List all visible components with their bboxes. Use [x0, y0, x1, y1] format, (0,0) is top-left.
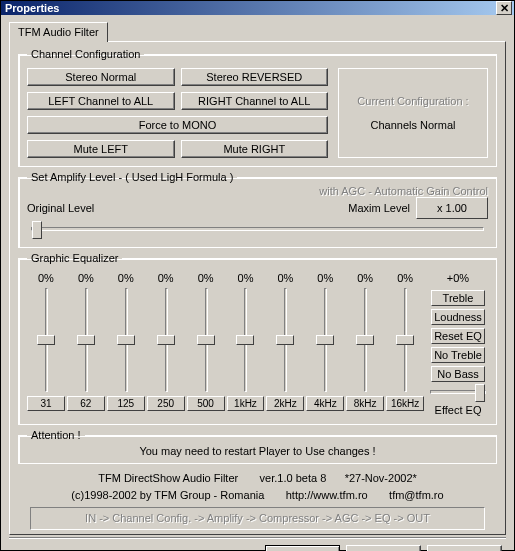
current-config-label: Current Configuration : — [345, 95, 481, 107]
left-to-all-button[interactable]: LEFT Channel to ALL — [27, 92, 175, 110]
eq-band-slider[interactable] — [355, 288, 375, 392]
apply-button[interactable]: Apply — [427, 545, 502, 552]
product-name: TFM DirectShow Audio Filter — [98, 472, 238, 484]
eq-band-1kHz: 0%1kHz — [227, 272, 265, 416]
amplify-value: x 1.00 — [416, 197, 488, 219]
eq-band-31: 0%31 — [27, 272, 65, 416]
eq-band-value: 0% — [238, 272, 254, 286]
stereo-normal-button[interactable]: Stereo Normal — [27, 68, 175, 86]
titlebar[interactable]: Properties ✕ — [1, 1, 514, 15]
eq-band-label: 125 — [107, 396, 145, 411]
mute-left-button[interactable]: Mute LEFT — [27, 140, 175, 158]
channel-buttons: Stereo Normal Stereo REVERSED LEFT Chann… — [27, 68, 328, 158]
eq-master-value: +0% — [447, 272, 469, 286]
eq-band-label: 500 — [187, 396, 225, 411]
amplify-group: Set Amplify Level - ( Used LigH Formula … — [18, 171, 497, 248]
effect-eq-thumb[interactable] — [475, 384, 485, 402]
eq-band-500: 0%500 — [187, 272, 225, 416]
right-to-all-button[interactable]: RIGHT Channel to ALL — [181, 92, 329, 110]
eq-band-thumb[interactable] — [236, 335, 254, 345]
build-date: *27-Nov-2002* — [345, 472, 417, 484]
amplify-legend: Set Amplify Level - ( Used LigH Formula … — [27, 171, 237, 183]
eq-band-thumb[interactable] — [117, 335, 135, 345]
eq-band-thumb[interactable] — [356, 335, 374, 345]
eq-band-thumb[interactable] — [316, 335, 334, 345]
eq-group: Graphic Equalizer 0%310%620%1250%2500%50… — [18, 252, 497, 425]
tab-tfm-audio-filter[interactable]: TFM Audio Filter — [9, 22, 108, 42]
tab-body: Channel Configuration Stereo Normal Ster… — [9, 41, 506, 535]
eq-band-4kHz: 0%4kHz — [306, 272, 344, 416]
eq-columns: 0%310%620%1250%2500%5000%1kHz0%2kHz0%4kH… — [27, 272, 424, 416]
eq-band-slider[interactable] — [275, 288, 295, 392]
eq-band-slider[interactable] — [196, 288, 216, 392]
mute-right-button[interactable]: Mute RIGHT — [181, 140, 329, 158]
tab-label: TFM Audio Filter — [18, 26, 99, 38]
eq-right-panel: +0% Treble Loudness Reset EQ No Treble N… — [428, 272, 488, 416]
eq-band-value: 0% — [198, 272, 214, 286]
copyright: (c)1998-2002 by TFM Group - Romania — [71, 489, 264, 501]
attention-group: Attention ! You may need to restart Play… — [18, 429, 497, 464]
cancel-button[interactable]: Cancel — [346, 545, 421, 552]
footer-info: TFM DirectShow Audio Filter ver.1.0 beta… — [18, 470, 497, 530]
eq-band-slider[interactable] — [315, 288, 335, 392]
eq-band-thumb[interactable] — [396, 335, 414, 345]
ok-button[interactable]: OK — [265, 545, 340, 552]
treble-button[interactable]: Treble — [431, 290, 485, 306]
eq-band-slider[interactable] — [156, 288, 176, 392]
eq-band-thumb[interactable] — [276, 335, 294, 345]
eq-band-250: 0%250 — [147, 272, 185, 416]
eq-band-slider[interactable] — [395, 288, 415, 392]
eq-band-slider[interactable] — [235, 288, 255, 392]
agc-label: with AGC - Automatic Gain Control — [27, 185, 488, 197]
original-level-label: Original Level — [27, 202, 94, 214]
eq-band-slider[interactable] — [116, 288, 136, 392]
eq-band-16kHz: 0%16kHz — [386, 272, 424, 416]
eq-band-value: 0% — [158, 272, 174, 286]
effect-eq-label: Effect EQ — [430, 404, 486, 416]
eq-band-value: 0% — [118, 272, 134, 286]
amplify-slider-thumb[interactable] — [32, 221, 42, 239]
email: tfm@tfm.ro — [389, 489, 444, 501]
close-button[interactable]: ✕ — [496, 1, 512, 15]
eq-band-label: 16kHz — [386, 396, 424, 411]
eq-band-thumb[interactable] — [77, 335, 95, 345]
eq-band-value: 0% — [38, 272, 54, 286]
eq-band-thumb[interactable] — [37, 335, 55, 345]
reset-eq-button[interactable]: Reset EQ — [431, 328, 485, 344]
version: ver.1.0 beta 8 — [260, 472, 327, 484]
eq-band-8kHz: 0%8kHz — [346, 272, 384, 416]
maxim-level-label: Maxim Level — [348, 202, 410, 214]
channel-config-group: Channel Configuration Stereo Normal Ster… — [18, 48, 497, 167]
loudness-button[interactable]: Loudness — [431, 309, 485, 325]
attention-legend: Attention ! — [27, 429, 85, 441]
attention-text: You may need to restart Player to Use ch… — [27, 443, 488, 457]
eq-band-label: 2kHz — [266, 396, 304, 411]
stereo-reversed-button[interactable]: Stereo REVERSED — [181, 68, 329, 86]
signal-chain: IN -> Channel Config. -> Amplify -> Comp… — [30, 507, 485, 530]
tabstrip: TFM Audio Filter — [9, 21, 506, 41]
dialog-buttons: OK Cancel Apply — [9, 539, 506, 552]
force-mono-button[interactable]: Force to MONO — [27, 116, 328, 134]
eq-band-value: 0% — [317, 272, 333, 286]
eq-band-thumb[interactable] — [197, 335, 215, 345]
current-config-box: Current Configuration : Channels Normal — [338, 68, 488, 158]
eq-band-label: 4kHz — [306, 396, 344, 411]
eq-band-value: 0% — [357, 272, 373, 286]
no-bass-button[interactable]: No Bass — [431, 366, 485, 382]
eq-band-slider[interactable] — [76, 288, 96, 392]
eq-band-value: 0% — [397, 272, 413, 286]
eq-legend: Graphic Equalizer — [27, 252, 122, 264]
eq-band-label: 62 — [67, 396, 105, 411]
eq-band-label: 8kHz — [346, 396, 384, 411]
eq-band-label: 31 — [27, 396, 65, 411]
amplify-slider[interactable] — [31, 227, 484, 231]
no-treble-button[interactable]: No Treble — [431, 347, 485, 363]
eq-band-slider[interactable] — [36, 288, 56, 392]
window-title: Properties — [5, 2, 496, 14]
properties-window: Properties ✕ TFM Audio Filter Channel Co… — [0, 0, 515, 551]
eq-band-125: 0%125 — [107, 272, 145, 416]
effect-eq-slider[interactable] — [430, 390, 486, 394]
eq-band-thumb[interactable] — [157, 335, 175, 345]
url: http://www.tfm.ro — [286, 489, 368, 501]
eq-band-label: 1kHz — [227, 396, 265, 411]
